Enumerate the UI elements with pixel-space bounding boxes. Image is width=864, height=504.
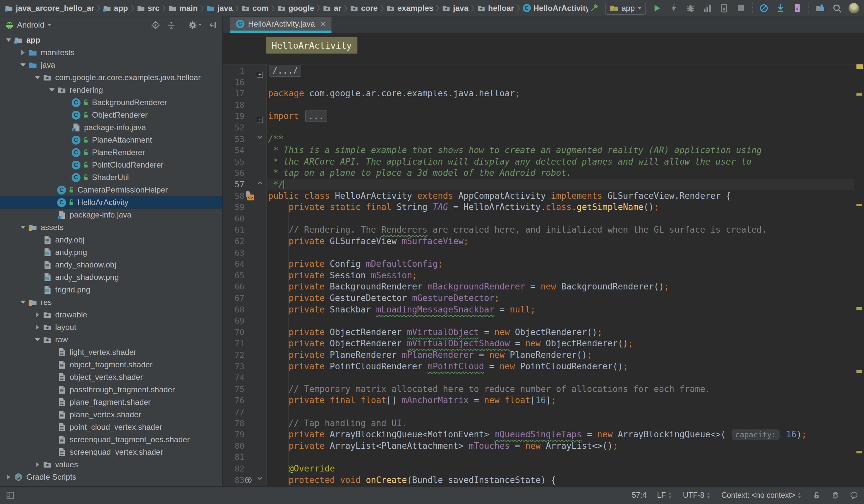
- fold-marker[interactable]: [257, 181, 263, 185]
- locate-file-button[interactable]: [151, 20, 160, 30]
- code-line-63[interactable]: 63: [223, 247, 864, 259]
- tree-item-planerenderer[interactable]: CPlaneRenderer: [0, 146, 223, 159]
- code-line-55[interactable]: 55 * the ARCore API. The application wil…: [223, 156, 864, 168]
- tree-item-res[interactable]: res: [0, 296, 223, 309]
- crumb-java[interactable]: java: [442, 4, 468, 13]
- crumb-java-arcore-hello-ar[interactable]: java_arcore_hello_ar: [4, 4, 94, 13]
- inspector-profile-icon[interactable]: [831, 491, 839, 500]
- run-configuration-select[interactable]: app: [605, 2, 646, 15]
- tree-item-app[interactable]: app: [0, 34, 223, 46]
- device-file-explorer-button[interactable]: [815, 3, 826, 14]
- tree-item-camerapermissionhelper[interactable]: CCameraPermissionHelper: [0, 184, 223, 196]
- crumb-src[interactable]: src: [137, 4, 160, 13]
- code-line-82[interactable]: 82 @Override: [223, 463, 864, 475]
- code-line-59[interactable]: 59 private static final String TAG = Hel…: [223, 201, 864, 213]
- tree-item-gradle-scripts[interactable]: Gradle Scripts: [0, 471, 223, 483]
- tree-item-andy-png[interactable]: andy.png: [0, 246, 223, 259]
- file-encoding-select[interactable]: UTF-8: [683, 491, 711, 500]
- context-widget[interactable]: Context: <no context>: [721, 491, 802, 500]
- caret-position[interactable]: 57:4: [632, 491, 647, 500]
- tree-item-andy-obj[interactable]: andy.obj: [0, 233, 223, 246]
- chevron-right-icon[interactable]: [18, 50, 28, 55]
- code-line-18[interactable]: 18: [223, 99, 864, 111]
- override-icon[interactable]: [244, 476, 257, 484]
- code-line-71[interactable]: 71 private ObjectRenderer mVirtualObject…: [223, 338, 864, 349]
- tree-item-com-google-ar-core-examples-java-helloar[interactable]: com.google.ar.core.examples.java.helloar: [0, 71, 223, 84]
- hide-panel-button[interactable]: [208, 20, 218, 30]
- tree-item-package-info-java[interactable]: Jpackage-info.java: [0, 121, 223, 134]
- unlock-icon[interactable]: [813, 491, 821, 500]
- tree-item-rendering[interactable]: rendering: [0, 84, 223, 96]
- tree-item-backgroundrenderer[interactable]: CBackgroundRenderer: [0, 96, 223, 109]
- code-line-52[interactable]: 52: [223, 122, 864, 133]
- related-xml-icon[interactable]: <>: [247, 194, 254, 201]
- crumb-main[interactable]: main: [168, 4, 198, 13]
- tree-item-values[interactable]: values: [0, 458, 223, 471]
- crumb-helloar[interactable]: helloar: [477, 4, 514, 13]
- crumb-core[interactable]: core: [350, 4, 378, 13]
- error-stripe[interactable]: [854, 64, 864, 486]
- code-line-1[interactable]: 1+/.../: [223, 65, 864, 76]
- code-line-64[interactable]: 64 private Config mDefaultConfig;: [223, 258, 864, 270]
- tree-item-objectrenderer[interactable]: CObjectRenderer: [0, 109, 223, 121]
- tree-item-object-vertex-shader[interactable]: object_vertex.shader: [0, 371, 223, 383]
- run-device-button[interactable]: [719, 3, 730, 14]
- code-line-17[interactable]: 17package com.google.ar.core.examples.ja…: [223, 88, 864, 99]
- code-line-67[interactable]: 67 private GestureDetector mGestureDetec…: [223, 292, 864, 304]
- fold-marker[interactable]: [257, 477, 263, 481]
- tree-item-helloaractivity[interactable]: CHelloArActivity: [0, 196, 223, 209]
- crumb-app[interactable]: app: [103, 4, 128, 13]
- crumb-google[interactable]: google: [277, 4, 314, 13]
- tree-item-plane-vertex-shader[interactable]: plane_vertex.shader: [0, 408, 223, 421]
- feedback-bubble-icon[interactable]: [850, 491, 858, 500]
- code-area[interactable]: 1+/.../1617package com.google.ar.core.ex…: [223, 64, 864, 486]
- tree-item-object-fragment-shader[interactable]: object_fragment.shader: [0, 358, 223, 371]
- code-line-57[interactable]: 57 */: [223, 179, 864, 190]
- tree-item-manifests[interactable]: manifests: [0, 46, 223, 59]
- code-line-80[interactable]: 80 private ArrayList<PlaneAttachment> mT…: [223, 440, 864, 452]
- fold-marker[interactable]: [257, 135, 263, 140]
- run-button[interactable]: [651, 3, 663, 14]
- chevron-right-icon[interactable]: [3, 475, 14, 480]
- tree-item-raw[interactable]: raw: [0, 334, 223, 346]
- tree-item-screenquad-fragment-oes-shader[interactable]: screenquad_fragment_oes.shader: [0, 433, 223, 446]
- tab-helloaractivity-java[interactable]: C HelloArActivity.java ×: [230, 17, 332, 33]
- tree-item-shaderutil[interactable]: CShaderUtil: [0, 171, 223, 184]
- code-line-83[interactable]: 83 protected void onCreate(Bundle savedI…: [223, 475, 864, 486]
- chevron-right-icon[interactable]: [32, 462, 43, 467]
- code-line-56[interactable]: 56 * tap on a plane to place a 3d model …: [223, 167, 864, 179]
- tree-item-passthrough-fragment-shader[interactable]: passthrough_fragment.shader: [0, 383, 223, 396]
- chevron-down-icon[interactable]: [18, 301, 28, 304]
- code-line-70[interactable]: 70 private ObjectRenderer mVirtualObject…: [223, 327, 864, 338]
- tree-item-assets[interactable]: assets: [0, 221, 223, 233]
- apply-changes-button[interactable]: [668, 3, 680, 14]
- tree-item-pointcloudrenderer[interactable]: CPointCloudRenderer: [0, 159, 223, 171]
- close-icon[interactable]: ×: [321, 21, 326, 27]
- crumb-examples[interactable]: examples: [386, 4, 433, 13]
- code-line-79[interactable]: 79 private ArrayBlockingQueue<MotionEven…: [223, 429, 864, 440]
- code-line-72[interactable]: 72 private PlaneRenderer mPlaneRenderer …: [223, 349, 864, 361]
- code-line-62[interactable]: 62 private GLSurfaceView mSurfaceView;: [223, 236, 864, 247]
- tree-item-light-vertex-shader[interactable]: light_vertex.shader: [0, 346, 223, 358]
- code-line-58[interactable]: 58<>public class HelloArActivity extends…: [223, 190, 864, 202]
- code-line-74[interactable]: 74: [223, 372, 864, 383]
- code-line-73[interactable]: 73 private PointCloudRenderer mPointClou…: [223, 361, 864, 372]
- project-view-selector[interactable]: Android: [17, 20, 44, 29]
- crumb-ar[interactable]: ar: [323, 4, 341, 13]
- code-line-75[interactable]: 75 // Temporary matrix allocated here to…: [223, 383, 864, 395]
- tree-item-point-cloud-vertex-shader[interactable]: point_cloud_vertex.shader: [0, 421, 223, 433]
- search-everywhere-button[interactable]: [831, 3, 843, 14]
- code-line-68[interactable]: 68 private Snackbar mLoadingMessageSnack…: [223, 304, 864, 315]
- code-line-54[interactable]: 54 * This is a simple example that shows…: [223, 145, 864, 156]
- tree-item-package-info-java[interactable]: Jpackage-info.java: [0, 209, 223, 221]
- tree-item-screenquad-vertex-shader[interactable]: screenquad_vertex.shader: [0, 446, 223, 458]
- stop-button[interactable]: [735, 3, 746, 14]
- tool-window-toggle-icon[interactable]: [6, 491, 14, 500]
- collapse-all-button[interactable]: [166, 20, 176, 30]
- tree-item-drawable[interactable]: drawable: [0, 309, 223, 321]
- debug-button[interactable]: [685, 3, 696, 14]
- chevron-down-icon[interactable]: [18, 226, 28, 229]
- build-hammer-button[interactable]: [588, 3, 600, 14]
- avd-manager-button[interactable]: [792, 3, 803, 14]
- breadcrumb-class-chip[interactable]: HelloArActivity: [266, 37, 357, 53]
